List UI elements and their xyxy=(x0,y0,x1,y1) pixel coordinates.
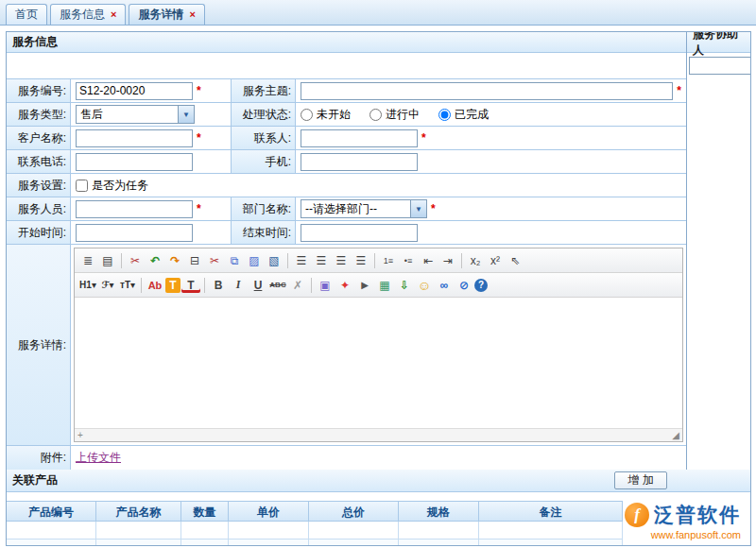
subject-input[interactable] xyxy=(301,82,673,100)
align-right-icon[interactable]: ☰ xyxy=(332,251,351,270)
phone-input[interactable] xyxy=(76,153,193,171)
drag-grip-icon[interactable]: + xyxy=(77,430,83,440)
undo-icon[interactable]: ↶ xyxy=(146,251,164,270)
customer-input[interactable] xyxy=(76,129,193,147)
start-time-label: 开始时间: xyxy=(7,221,71,244)
service-type-select[interactable]: 售后 ▼ xyxy=(76,105,195,124)
status-option-not-started[interactable]: 未开始 xyxy=(301,107,351,123)
toolbar-separator xyxy=(141,278,142,293)
source-icon[interactable]: ≣ xyxy=(78,251,97,270)
copy-icon[interactable]: ⧉ xyxy=(225,251,244,270)
is-task-checkbox[interactable] xyxy=(76,180,88,192)
service-type-label: 服务类型: xyxy=(7,103,71,126)
forecolor-icon[interactable]: T xyxy=(181,278,200,293)
fanpu-logo-text: 泛普软件 xyxy=(654,502,741,528)
personnel-input[interactable] xyxy=(76,200,193,218)
start-time-input[interactable] xyxy=(76,224,193,242)
resize-grip-icon[interactable]: ◢ xyxy=(672,430,679,440)
tab-service-info[interactable]: 服务信息 × xyxy=(50,4,126,25)
close-icon[interactable]: × xyxy=(189,9,195,20)
related-products-bar: 关联产品 增 加 xyxy=(7,470,750,492)
contact-input[interactable] xyxy=(301,129,418,147)
assistant-column: 服务协助人 xyxy=(686,32,750,470)
end-time-input[interactable] xyxy=(301,224,418,242)
status-radio-completed[interactable] xyxy=(438,109,451,121)
remove-format-icon[interactable]: ✗ xyxy=(288,276,307,295)
align-justify-icon[interactable]: ☰ xyxy=(352,251,370,270)
is-task-option[interactable]: 是否为任务 xyxy=(76,178,148,194)
fanpu-website: www.fanpusoft.com xyxy=(625,529,741,540)
emoticon-icon[interactable]: ☺ xyxy=(415,276,434,295)
help-icon[interactable]: ? xyxy=(474,279,488,292)
col-quantity: 数量 xyxy=(181,501,229,522)
tab-bar: 首页 服务信息 × 服务详情 × xyxy=(0,0,756,26)
required-mark: * xyxy=(197,202,201,215)
status-option-label: 进行中 xyxy=(386,107,420,123)
chevron-down-icon[interactable]: ▼ xyxy=(410,200,426,217)
paste-icon[interactable]: ▨ xyxy=(245,251,264,270)
mobile-label: 手机: xyxy=(232,150,296,173)
strikethrough-icon[interactable]: ABC xyxy=(268,276,287,295)
print-icon[interactable]: ⊟ xyxy=(185,251,204,270)
required-mark: * xyxy=(677,84,681,97)
insert-icon[interactable]: ⇩ xyxy=(395,276,414,295)
outdent-icon[interactable]: ⇤ xyxy=(419,251,438,270)
add-product-button[interactable]: 增 加 xyxy=(614,471,667,489)
mobile-input[interactable] xyxy=(301,153,418,171)
is-task-label: 是否为任务 xyxy=(92,178,148,194)
status-option-label: 未开始 xyxy=(317,107,351,123)
media-icon[interactable]: ▶ xyxy=(355,276,374,295)
heading-icon[interactable]: H1▾ xyxy=(78,276,97,295)
status-radio-not-started[interactable] xyxy=(301,109,313,121)
scissors-icon[interactable]: ✂ xyxy=(205,251,224,270)
product-table-empty-row xyxy=(7,539,750,546)
unlink-icon[interactable]: ⊘ xyxy=(455,276,473,295)
paste-word-icon[interactable]: ▧ xyxy=(265,251,284,270)
tab-home-label: 首页 xyxy=(15,7,38,23)
redo-icon[interactable]: ↷ xyxy=(165,251,184,270)
service-no-input[interactable] xyxy=(76,82,193,100)
font-family-icon[interactable]: ℱ▾ xyxy=(98,276,117,295)
toolbar-separator xyxy=(204,278,205,293)
superscript-icon[interactable]: x² xyxy=(486,251,505,270)
image-icon[interactable]: ▣ xyxy=(316,276,335,295)
ordered-list-icon[interactable]: 1≡ xyxy=(379,251,398,270)
bold-icon[interactable]: B xyxy=(209,276,228,295)
preview-icon[interactable]: ▤ xyxy=(98,251,117,270)
required-mark: * xyxy=(197,84,201,97)
status-option-completed[interactable]: 已完成 xyxy=(438,107,489,123)
font-size-icon[interactable]: тT▾ xyxy=(118,276,137,295)
rich-text-editor: ≣ ▤ ✂ ↶ ↷ ⊟ ✂ ⧉ ▨ ▧ xyxy=(74,248,683,442)
chevron-down-icon[interactable]: ▼ xyxy=(178,106,194,123)
contact-label: 联系人: xyxy=(232,127,296,149)
highlight-icon[interactable]: T xyxy=(165,278,180,293)
col-total-price: 总价 xyxy=(309,501,399,522)
col-spec: 规格 xyxy=(399,501,479,522)
tab-service-info-label: 服务信息 xyxy=(60,7,105,23)
indent-icon[interactable]: ⇥ xyxy=(438,251,457,270)
link-icon[interactable]: ∞ xyxy=(435,276,454,295)
assistant-input[interactable] xyxy=(689,57,751,75)
flash-icon[interactable]: ✦ xyxy=(335,276,354,295)
tab-service-detail[interactable]: 服务详情 × xyxy=(129,4,204,25)
table-icon[interactable]: ▦ xyxy=(375,276,394,295)
toolbar-separator xyxy=(121,253,122,268)
subscript-icon[interactable]: x₂ xyxy=(466,251,485,270)
upload-file-link[interactable]: 上传文件 xyxy=(76,450,121,466)
align-left-icon[interactable]: ☰ xyxy=(292,251,311,270)
close-icon[interactable]: × xyxy=(111,9,116,20)
service-type-value: 售后 xyxy=(80,107,103,123)
form-row-editor: 服务详情: ≣ ▤ ✂ ↶ ↷ ⊟ ✂ xyxy=(7,245,686,446)
select-all-icon[interactable]: ⇖ xyxy=(506,251,524,270)
status-option-in-progress[interactable]: 进行中 xyxy=(369,107,420,123)
department-select[interactable]: --请选择部门-- ▼ xyxy=(301,199,427,218)
tab-home[interactable]: 首页 xyxy=(6,4,47,25)
editor-content-area[interactable] xyxy=(75,298,682,428)
bullet-list-icon[interactable]: •≡ xyxy=(399,251,418,270)
cut-icon[interactable]: ✂ xyxy=(126,251,145,270)
styles-icon[interactable]: Ab xyxy=(146,276,164,295)
status-radio-in-progress[interactable] xyxy=(369,109,382,121)
underline-icon[interactable]: U xyxy=(249,276,267,295)
align-center-icon[interactable]: ☰ xyxy=(312,251,331,270)
italic-icon[interactable]: I xyxy=(229,276,248,295)
